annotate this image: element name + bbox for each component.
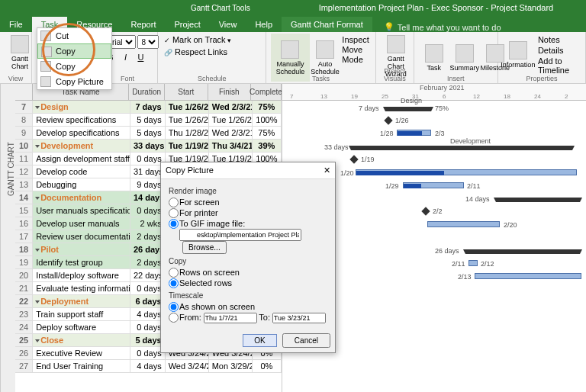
milestone-3[interactable] [421, 207, 430, 215]
group-tasks-label: Tasks [266, 75, 375, 82]
titlebar: Gantt Chart Tools Implementation Project… [0, 0, 586, 15]
browse-button[interactable]: Browse... [182, 241, 227, 254]
gantt-timescale: February 2021 7 13 19 25 31 6 12 18 24 2 [282, 84, 586, 101]
col-start[interactable]: Start [165, 84, 208, 100]
to-date-input[interactable] [272, 313, 326, 323]
ok-button[interactable]: OK [243, 334, 276, 347]
menu-copy-alt[interactable]: Copy [37, 59, 111, 74]
bar-dev-manuals[interactable] [427, 221, 500, 227]
gantt-chart-button[interactable]: Gantt Chart [5, 34, 35, 72]
col-duration[interactable]: Duration [129, 84, 165, 100]
inspect-button[interactable]: Inspect [342, 35, 369, 44]
opt-from[interactable]: From: To: [169, 312, 327, 324]
copy-section: Copy [169, 257, 327, 265]
notes-button[interactable]: Notes [538, 35, 579, 44]
opt-rows-screen[interactable]: Rows on screen [169, 267, 327, 278]
mode-button[interactable]: Mode [342, 55, 369, 64]
opt-for-screen[interactable]: For screen [169, 197, 327, 207]
manual-icon [281, 40, 299, 59]
paste-dropdown-menu: Cut Copy Copy Copy Picture [37, 27, 112, 90]
add-timeline-button[interactable]: Add to Timeline [538, 56, 579, 75]
copy-picture-dialog: Copy Picture ✕ Render image For screen F… [160, 162, 336, 353]
bar-debug[interactable] [403, 182, 464, 188]
bar-pilot[interactable] [465, 249, 580, 254]
tab-help[interactable]: Help [246, 17, 282, 32]
copy-icon [40, 61, 51, 72]
underline-button[interactable]: U [134, 50, 147, 64]
tab-format[interactable]: Gantt Chart Format [282, 17, 372, 32]
month-label: February 2021 [420, 84, 465, 92]
task-row[interactable]: 7Design7 daysTue 1/26/21Wed 2/3/2175% [15, 101, 282, 114]
window-title: Implementation Project Plan - Exec Spons… [319, 3, 554, 12]
group-props-label: Properties [498, 75, 585, 82]
gif-path-input[interactable] [179, 229, 301, 241]
copy-picture-icon [40, 76, 51, 87]
menu-copy-picture[interactable]: Copy Picture [37, 74, 111, 89]
tab-view[interactable]: View [210, 17, 246, 32]
respect-links-button[interactable]: 🔗 Respect Links [163, 46, 261, 58]
dialog-close-button[interactable]: ✕ [324, 165, 330, 175]
task-row[interactable]: 27End User Training4 daysWed 3/24/21Mon … [15, 360, 282, 373]
bar-identify[interactable] [468, 260, 478, 266]
view-sidebar[interactable]: GANTT CHART [0, 84, 15, 392]
italic-button[interactable]: I [118, 50, 132, 64]
col-id[interactable] [15, 84, 33, 100]
dialog-title: Copy Picture [166, 165, 214, 175]
tools-label: Gantt Chart Tools [191, 4, 250, 12]
task-row[interactable]: 10Development33 daysTue 1/19/21Thu 3/4/2… [15, 140, 282, 153]
cancel-button[interactable]: Cancel [282, 333, 330, 348]
gantt-icon [11, 35, 29, 53]
bar-develop-code[interactable] [356, 169, 577, 175]
wizard-icon [387, 35, 405, 53]
menu-cut[interactable]: Cut [37, 28, 111, 43]
milestone-2[interactable] [349, 155, 358, 163]
information-button[interactable]: Information [503, 34, 533, 76]
menu-copy[interactable]: Copy [37, 43, 111, 59]
bar-dev-spec[interactable] [397, 130, 431, 136]
bar-install[interactable] [475, 273, 581, 279]
mark-on-track-button[interactable]: ✓ Mark on Track ▾ [164, 35, 231, 44]
bar-design[interactable] [385, 107, 431, 111]
bar-documentation[interactable] [496, 198, 580, 202]
opt-as-shown[interactable]: As shown on screen [169, 301, 327, 312]
group-view-label: View [0, 75, 31, 82]
tab-file[interactable]: File [0, 17, 32, 32]
copy-icon [41, 47, 52, 57]
col-finish[interactable]: Finish [208, 84, 251, 100]
timescale-section: Timescale [169, 291, 327, 300]
tell-me[interactable]: 💡 Tell me what you want to do [384, 22, 501, 32]
milestone-1[interactable] [384, 116, 392, 124]
task-icon [425, 44, 443, 63]
group-insert-label: Insert [414, 75, 497, 82]
summary-icon [456, 44, 474, 63]
opt-to-gif[interactable]: To GIF image file: [169, 218, 327, 229]
render-section: Render image [169, 187, 327, 195]
lightbulb-icon: 💡 [384, 22, 394, 32]
font-size-select[interactable]: 8 [137, 35, 159, 49]
group-schedule-label: Schedule [158, 75, 266, 82]
tab-project[interactable]: Project [165, 17, 209, 32]
group-visuals-label: Project Visuals [376, 67, 414, 82]
bar-development[interactable] [351, 146, 572, 150]
task-row[interactable]: 8Review specifications5 daysTue 1/26/21T… [15, 114, 282, 127]
task-row[interactable]: 9Develop specifications5 daysThu 1/28/21… [15, 127, 282, 140]
tab-report[interactable]: Report [121, 17, 165, 32]
details-button[interactable]: Details [538, 46, 579, 55]
move-button[interactable]: Move [342, 45, 369, 54]
opt-selected-rows[interactable]: Selected rows [169, 278, 327, 288]
opt-for-printer[interactable]: For printer [169, 207, 327, 218]
info-icon [509, 41, 527, 59]
from-date-input[interactable] [204, 313, 257, 323]
col-complete[interactable]: Complete [251, 84, 282, 100]
auto-icon [316, 40, 334, 59]
cut-icon [40, 31, 51, 41]
